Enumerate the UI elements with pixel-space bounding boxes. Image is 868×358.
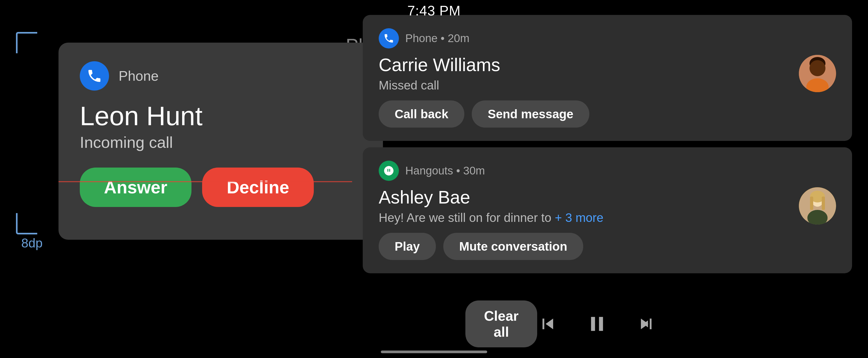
label-8dp: 8dp [21,236,42,250]
next-track-icon [636,313,657,335]
status-bar: 7:43 PM [0,0,868,21]
next-track-button[interactable] [636,313,657,335]
svg-point-1 [810,61,825,76]
notif2-more: + 3 more [555,211,603,224]
red-accent [59,181,352,182]
notif1-title: Carrie Williams [379,55,791,75]
bottom-bar: Clear all [0,300,868,347]
card-header: Phone [80,61,362,90]
play-button[interactable]: Play [379,233,436,260]
notif2-body: Ashley Bae Hey! Are we still on for dinn… [379,187,836,225]
notif1-actions: Call back Send message [379,101,836,128]
mute-conversation-button[interactable]: Mute conversation [443,233,583,260]
svg-rect-8 [810,197,813,210]
notif2-content: Ashley Bae Hey! Are we still on for dinn… [379,187,791,225]
home-indicator [381,351,487,353]
avatar-carrie [799,55,836,92]
bracket-top-left [16,32,37,53]
notif2-actions: Play Mute conversation [379,233,836,260]
media-controls [537,312,657,336]
notif2-header: Hangouts • 30m [379,161,836,181]
phone-app-icon [80,61,109,90]
phone-icon [86,68,102,84]
card-app-name: Phone [119,68,158,84]
caller-info: Leon Hunt Incoming call [80,99,362,152]
decline-button[interactable]: Decline [202,168,314,207]
notif1-content: Carrie Williams Missed call [379,55,791,92]
notification-hangouts: Hangouts • 30m Ashley Bae Hey! Are we st… [363,147,852,273]
bracket-bottom-left [16,213,37,235]
notification-phone: Phone • 20m Carrie Williams Missed call [363,15,852,141]
notif2-app-name: Hangouts • 30m [405,164,485,177]
call-status: Incoming call [80,133,362,152]
call-back-button[interactable]: Call back [379,101,464,128]
caller-name: Leon Hunt [80,101,362,131]
status-time: 7:43 PM [407,3,461,19]
notif1-body: Carrie Williams Missed call [379,55,836,92]
notif2-title: Ashley Bae [379,187,791,207]
svg-point-4 [809,57,826,70]
phone-icon [383,33,394,44]
notif2-text: Hey! Are we still on for dinner to + 3 m… [379,211,791,225]
clear-all-button[interactable]: Clear all [465,300,537,347]
notification-panel: Phone • 20m Carrie Williams Missed call [363,15,852,273]
notif1-subtitle: Missed call [379,78,791,92]
notif2-preview: Hey! Are we still on for dinner to [379,211,551,224]
pause-button[interactable] [585,312,609,336]
notif1-header: Phone • 20m [379,28,836,49]
incoming-call-card: Phone Leon Hunt Incoming call Answer Dec… [59,43,383,240]
ashley-avatar-img [799,187,836,224]
prev-track-button[interactable] [537,313,558,335]
hangouts-icon [383,165,394,176]
notif1-app-icon [379,28,399,49]
answer-button[interactable]: Answer [80,168,191,207]
send-message-button[interactable]: Send message [472,101,589,128]
svg-point-3 [812,62,823,73]
notif2-app-icon [379,161,399,181]
call-actions: Answer Decline [80,168,362,207]
pause-icon [585,312,609,336]
avatar-ashley [799,187,836,224]
carrie-avatar-img [799,55,836,92]
prev-track-icon [537,313,558,335]
svg-rect-9 [822,197,825,210]
notif1-app-name: Phone • 20m [405,32,469,45]
